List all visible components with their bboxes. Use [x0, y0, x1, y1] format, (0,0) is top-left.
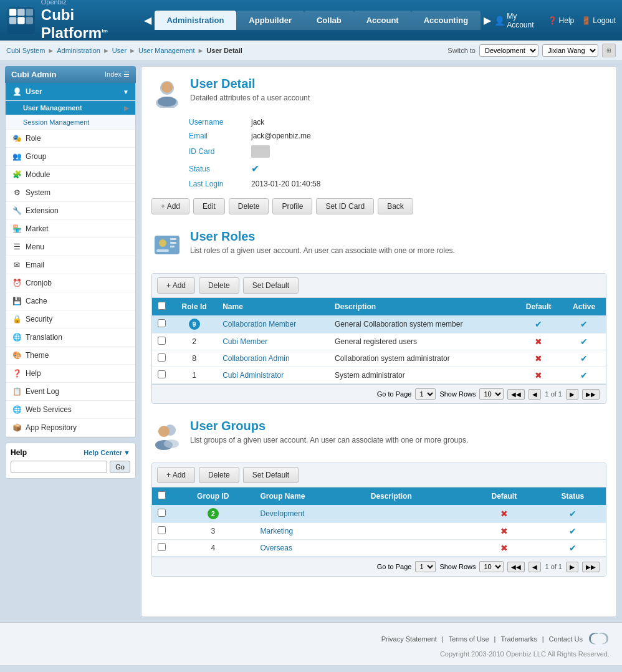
nav-next-button[interactable]: ▶	[481, 14, 494, 26]
environment-select[interactable]: Development	[479, 44, 538, 57]
group-name-link[interactable]: Development	[261, 509, 305, 518]
roles-prev-page-button[interactable]: ◀	[529, 389, 541, 400]
row-name-cell: Cubi Administrator	[218, 367, 330, 384]
sidebar-item-eventlog[interactable]: 📋 Event Log	[6, 383, 135, 401]
roles-delete-button[interactable]: Delete	[199, 277, 239, 294]
sidebar-item-session-management[interactable]: Session Management	[6, 115, 135, 130]
roles-add-button[interactable]: + Add	[157, 277, 195, 294]
sidebar-item-security[interactable]: 🔒 Security	[6, 310, 135, 329]
groups-add-button[interactable]: + Add	[157, 467, 195, 483]
user-select[interactable]: Jixian Wang	[542, 44, 598, 57]
groups-next-page-button[interactable]: ▶	[566, 562, 578, 572]
table-row: 4 Overseas ✖ ✔	[152, 540, 606, 557]
role-name-link[interactable]: Collaboration Admin	[222, 354, 289, 363]
breadcrumb: Cubi System ► Administration ► User ► Us…	[6, 47, 242, 54]
sidebar-item-role[interactable]: 🎭 Role	[6, 130, 135, 148]
sidebar-item-help[interactable]: ❓ Help	[6, 365, 135, 383]
logout-link[interactable]: 🚪 Logout	[581, 16, 616, 25]
set-id-card-button[interactable]: Set ID Card	[316, 198, 374, 214]
svg-rect-2	[17, 8, 24, 15]
row-checkbox[interactable]	[158, 319, 166, 327]
row-id-cell: 3	[171, 523, 256, 540]
roles-first-page-button[interactable]: ◀◀	[507, 389, 525, 400]
footer-privacy-link[interactable]: Privacy Statement	[381, 635, 437, 643]
nav-accounting-button[interactable]: Accounting	[411, 11, 481, 30]
groups-set-default-button[interactable]: Set Default	[243, 467, 299, 483]
sidebar-item-email[interactable]: ✉ Email	[6, 256, 135, 274]
sidebar-item-translation[interactable]: 🌐 Translation	[6, 329, 135, 347]
sidebar-item-user-management[interactable]: User Management ▶	[6, 101, 135, 115]
nav-administration-button[interactable]: Administration	[155, 11, 237, 30]
row-checkbox[interactable]	[158, 370, 166, 378]
roles-select-all-checkbox[interactable]	[158, 302, 166, 310]
sidebar-item-user[interactable]: 👤 User ▼	[6, 83, 135, 101]
group-name-link[interactable]: Overseas	[261, 544, 292, 552]
sidebar-item-cronjob[interactable]: ⏰ Cronjob	[6, 274, 135, 292]
active-check-icon: ✔	[580, 337, 588, 347]
help-link[interactable]: ❓ Help	[548, 16, 575, 25]
roles-last-page-button[interactable]: ▶▶	[582, 389, 600, 400]
row-checkbox[interactable]	[158, 543, 166, 551]
nav-appbuilder-button[interactable]: Appbuilder	[236, 11, 304, 30]
my-account-link[interactable]: 👤 My Account	[494, 12, 540, 29]
nav-account-button[interactable]: Account	[354, 11, 411, 30]
breadcrumb-user-management[interactable]: User Management	[138, 47, 195, 54]
sidebar-item-cache[interactable]: 💾 Cache	[6, 292, 135, 310]
groups-page-select[interactable]: 1	[415, 561, 436, 572]
breadcrumb-administration[interactable]: Administration	[57, 47, 100, 54]
back-button[interactable]: Back	[378, 198, 413, 214]
row-checkbox[interactable]	[158, 337, 166, 345]
roles-next-page-button[interactable]: ▶	[566, 389, 578, 400]
add-button[interactable]: + Add	[151, 198, 189, 214]
groups-prev-page-button[interactable]: ◀	[529, 562, 541, 572]
groups-show-rows-label: Show Rows	[439, 563, 476, 570]
group-name-link[interactable]: Marketing	[261, 527, 294, 535]
breadcrumb-user[interactable]: User	[112, 47, 127, 54]
nav-prev-button[interactable]: ◀	[141, 14, 155, 26]
user-groups-icon	[151, 419, 183, 450]
sidebar-item-extension[interactable]: 🔧 Extension	[6, 202, 135, 220]
status-row: Status ✔	[189, 163, 606, 175]
edit-button[interactable]: Edit	[193, 198, 225, 214]
roles-rows-select[interactable]: 10	[479, 388, 504, 400]
sidebar-item-theme[interactable]: 🎨 Theme	[6, 347, 135, 365]
sidebar-index-button[interactable]: Index ☰	[105, 70, 130, 79]
sidebar-item-module[interactable]: 🧩 Module	[6, 166, 135, 184]
nav-collab-button[interactable]: Collab	[304, 11, 354, 30]
grid-icon-button[interactable]: ⊞	[602, 44, 616, 57]
sidebar-item-group[interactable]: 👥 Group	[6, 148, 135, 166]
extension-icon: 🔧	[12, 206, 22, 216]
profile-button[interactable]: Profile	[272, 198, 312, 214]
row-active-cell: ✔	[562, 367, 606, 384]
role-name-link[interactable]: Cubi Member	[222, 337, 267, 346]
help-center-button[interactable]: Help Center ▼	[84, 449, 130, 456]
sidebar-item-system[interactable]: ⚙ System	[6, 184, 135, 202]
row-desc-cell: General registered users	[330, 334, 515, 350]
help-search-input[interactable]	[11, 461, 107, 473]
breadcrumb-cubi-system[interactable]: Cubi System	[6, 47, 45, 54]
groups-first-page-button[interactable]: ◀◀	[507, 562, 525, 572]
groups-select-all-checkbox[interactable]	[158, 491, 166, 499]
footer-trademarks-link[interactable]: Trademarks	[500, 635, 537, 643]
row-checkbox[interactable]	[158, 526, 166, 534]
sidebar-item-menu[interactable]: ☰ Menu	[6, 238, 135, 256]
role-name-link[interactable]: Collaboration Member	[222, 320, 296, 329]
footer-terms-link[interactable]: Terms of Use	[449, 635, 489, 643]
help-go-button[interactable]: Go	[110, 461, 130, 473]
sidebar-item-apprepository[interactable]: 📦 App Repository	[6, 419, 135, 437]
role-name-link[interactable]: Cubi Administrator	[222, 371, 284, 380]
groups-rows-select[interactable]: 10	[479, 561, 504, 572]
sidebar-item-market[interactable]: 🏪 Market	[6, 220, 135, 238]
groups-page-info: 1 of 1	[545, 563, 562, 570]
roles-set-default-button[interactable]: Set Default	[243, 277, 299, 294]
row-checkbox[interactable]	[158, 353, 166, 362]
switch-label: Switch to	[447, 47, 476, 54]
groups-last-page-button[interactable]: ▶▶	[582, 562, 600, 572]
groups-delete-button[interactable]: Delete	[199, 467, 239, 483]
theme-icon: 🎨	[12, 350, 22, 360]
roles-page-select[interactable]: 1	[415, 388, 436, 400]
footer-contact-link[interactable]: Contact Us	[549, 635, 583, 643]
row-checkbox[interactable]	[158, 509, 166, 517]
delete-button[interactable]: Delete	[229, 198, 269, 214]
sidebar-item-webservices[interactable]: 🌐 Web Services	[6, 401, 135, 419]
